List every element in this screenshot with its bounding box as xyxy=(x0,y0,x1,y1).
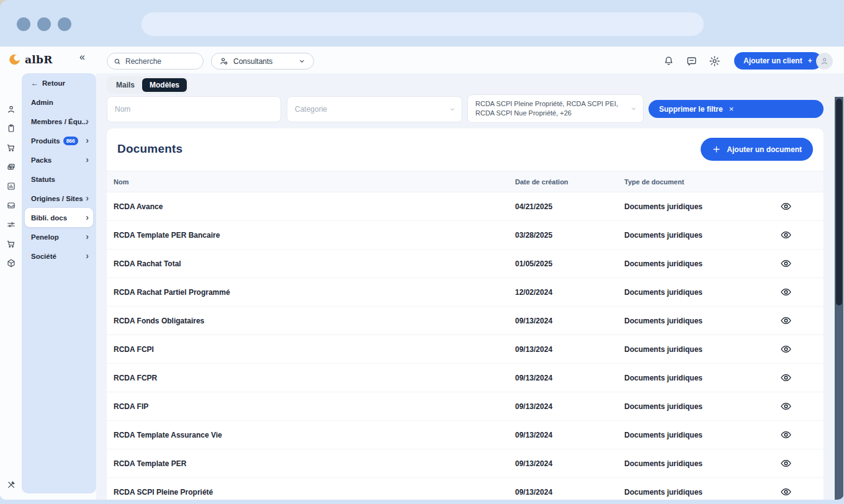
document-name: RCDA Template Assurance Vie xyxy=(114,431,515,439)
table-row: RCDA SCPI Pleine Propriété 09/13/2024 Do… xyxy=(107,478,824,500)
settings-button[interactable] xyxy=(709,55,721,67)
sidebar-item-label: Bibli. docs xyxy=(31,214,67,222)
view-document-button[interactable] xyxy=(779,342,793,356)
chevron-right-icon: › xyxy=(86,155,89,164)
clear-filter-button[interactable]: Supprimer le filtre × xyxy=(649,100,824,118)
tab-mails[interactable]: Mails xyxy=(109,78,142,92)
add-document-button[interactable]: Ajouter un document xyxy=(701,138,813,161)
consultants-icon xyxy=(219,56,228,66)
tab-modeles[interactable]: Modèles xyxy=(142,78,187,92)
bar-chart-icon[interactable] xyxy=(6,181,16,191)
inbox-icon[interactable] xyxy=(6,200,16,210)
document-name: RCDA FIP xyxy=(114,402,515,411)
search-input[interactable] xyxy=(125,57,197,66)
categorie-placeholder: Categorie xyxy=(295,105,327,114)
document-date: 09/13/2024 xyxy=(515,374,624,382)
view-document-button[interactable] xyxy=(779,228,793,242)
chat-icon xyxy=(686,55,698,67)
view-document-button[interactable] xyxy=(779,399,793,413)
sidebar-collapse-button[interactable]: « xyxy=(79,52,85,63)
view-document-button[interactable] xyxy=(779,285,793,299)
global-search[interactable] xyxy=(107,53,204,70)
view-document-button[interactable] xyxy=(779,485,793,499)
sliders-icon[interactable] xyxy=(6,220,16,230)
view-document-button[interactable] xyxy=(779,313,793,328)
scrollbar-thumb[interactable] xyxy=(836,99,842,305)
clipboard-icon[interactable] xyxy=(6,124,16,133)
tools-icon[interactable] xyxy=(6,480,16,490)
count-badge: 866 xyxy=(63,137,78,145)
sidebar-item[interactable]: Produits 866 › xyxy=(25,131,93,150)
view-document-button[interactable] xyxy=(779,456,793,470)
gear-icon xyxy=(709,55,721,67)
table-header: Nom Date de création Type de document xyxy=(107,171,824,192)
sidebar-item[interactable]: ← Retour xyxy=(25,73,93,92)
document-name: RCDA FCPR xyxy=(114,374,515,382)
document-type: Documents juridiques xyxy=(624,231,748,240)
sidebar: ← Retour Admin Membres / Équ... › Produi… xyxy=(22,73,96,493)
eye-icon xyxy=(780,400,792,412)
table-row: RCDA Template Assurance Vie 09/13/2024 D… xyxy=(107,421,824,449)
document-type: Documents juridiques xyxy=(624,402,748,411)
messages-button[interactable] xyxy=(686,55,698,67)
add-client-button[interactable]: Ajouter un client + xyxy=(734,52,822,70)
view-document-button[interactable] xyxy=(779,199,793,214)
eye-icon xyxy=(780,200,792,212)
banknotes-icon[interactable] xyxy=(6,162,16,172)
chevron-down-icon xyxy=(630,105,637,112)
document-name: RCDA Template PER Bancaire xyxy=(114,231,515,240)
eye-icon xyxy=(780,229,792,241)
app-logo[interactable]: albR xyxy=(9,53,53,66)
sidebar-item[interactable]: Membres / Équ... › xyxy=(25,112,93,131)
package-icon[interactable] xyxy=(6,258,16,268)
eye-icon xyxy=(780,286,792,298)
consultants-label: Consultants xyxy=(233,57,293,66)
sidebar-item-label: Produits xyxy=(31,137,60,145)
icon-rail xyxy=(0,73,22,500)
filter-categorie-select[interactable]: Categorie xyxy=(287,96,462,122)
person-icon[interactable] xyxy=(6,104,16,114)
view-document-button[interactable] xyxy=(779,256,793,271)
document-name: RCDA Template PER xyxy=(114,459,515,468)
products-filter-value: RCDA SCPI Pleine Propriété, RCDA SCPI PE… xyxy=(475,100,618,117)
view-document-button[interactable] xyxy=(779,428,793,442)
notifications-button[interactable] xyxy=(663,55,675,67)
window-close-button[interactable] xyxy=(17,17,30,31)
filter-nom-input[interactable] xyxy=(107,96,281,122)
table-row: RCDA Fonds Obligataires 09/13/2024 Docum… xyxy=(107,307,824,335)
sidebar-item[interactable]: Bibli. docs › xyxy=(25,208,93,227)
document-type: Documents juridiques xyxy=(624,202,748,211)
eye-icon xyxy=(780,429,792,441)
content-area: Mails Modèles Categorie RCDA SCPI Pleine… xyxy=(96,73,844,500)
document-type: Documents juridiques xyxy=(624,317,748,325)
sidebar-item[interactable]: Admin xyxy=(25,92,93,112)
chevron-right-icon: › xyxy=(86,232,89,241)
sidebar-item[interactable]: Packs › xyxy=(25,150,93,169)
sidebar-nav: ← Retour Admin Membres / Équ... › Produi… xyxy=(22,73,96,266)
address-bar[interactable] xyxy=(141,12,704,36)
chevron-right-icon: › xyxy=(86,251,89,260)
sidebar-item-label: Penelop xyxy=(31,233,59,241)
document-name: RCDA Rachat Total xyxy=(114,259,515,268)
document-date: 09/13/2024 xyxy=(515,431,624,439)
window-zoom-button[interactable] xyxy=(58,17,71,31)
sidebar-item[interactable]: Penelop › xyxy=(25,227,93,246)
cart-icon[interactable] xyxy=(6,239,16,249)
table-row: RCDA FIP 09/13/2024 Documents juridiques xyxy=(107,392,824,421)
scrollbar-track[interactable] xyxy=(835,97,843,500)
document-type: Documents juridiques xyxy=(624,288,748,297)
user-icon xyxy=(820,56,829,66)
sidebar-item[interactable]: Statuts xyxy=(25,169,93,189)
document-date: 03/28/2025 xyxy=(515,231,624,240)
filter-products-select[interactable]: RCDA SCPI Pleine Propriété, RCDA SCPI PE… xyxy=(467,94,644,123)
sidebar-item[interactable]: Origines / Sites › xyxy=(25,189,93,208)
user-avatar[interactable] xyxy=(816,53,833,70)
document-name: RCDA Rachat Partiel Programmé xyxy=(114,288,515,297)
document-type: Documents juridiques xyxy=(624,488,748,497)
view-document-button[interactable] xyxy=(779,371,793,385)
sidebar-item[interactable]: Société › xyxy=(25,246,93,266)
window-minimize-button[interactable] xyxy=(37,17,51,31)
cart-icon[interactable] xyxy=(6,143,16,153)
chevron-right-icon: › xyxy=(86,213,89,222)
consultants-dropdown[interactable]: Consultants xyxy=(211,53,314,70)
